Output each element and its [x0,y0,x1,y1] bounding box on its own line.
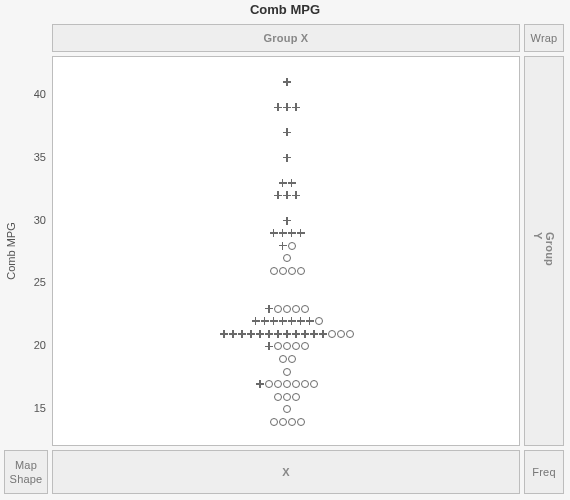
y-axis-ticks: 152025303540 [20,56,50,446]
y-axis-title: Comb MPG [2,56,20,446]
circle-marker [282,253,292,263]
y-tick-label: 40 [34,88,46,100]
group-x-label: Group X [264,32,309,44]
y-tick-label: 30 [34,214,46,226]
x-axis-dropzone[interactable]: X [52,450,520,494]
plus-marker [282,153,292,163]
circle-marker [314,316,324,326]
wrap-dropzone[interactable]: Wrap [524,24,564,52]
circle-marker [282,404,292,414]
wrap-label: Wrap [531,32,558,44]
y-tick-label: 20 [34,339,46,351]
circle-marker [296,266,306,276]
freq-dropzone[interactable]: Freq [524,450,564,494]
plus-marker [296,228,306,238]
circle-marker [300,304,310,314]
plus-marker [291,190,301,200]
circle-marker [291,392,301,402]
chart-title: Comb MPG [0,2,570,17]
circle-marker [287,354,297,364]
plus-marker [282,216,292,226]
group-x-dropzone[interactable]: Group X [52,24,520,52]
group-y-label: Group Y [532,232,556,270]
y-tick-label: 25 [34,276,46,288]
x-axis-label: X [282,466,290,478]
freq-label: Freq [532,466,555,478]
map-shape-label: Map Shape [10,458,43,487]
circle-marker [345,329,355,339]
circle-marker [296,417,306,427]
plus-marker [287,178,297,188]
circle-marker [287,241,297,251]
y-tick-label: 15 [34,402,46,414]
plot-area[interactable] [52,56,520,446]
plus-marker [282,127,292,137]
circle-marker [300,341,310,351]
plus-marker [291,102,301,112]
circle-marker [282,367,292,377]
group-y-dropzone[interactable]: Group Y [524,56,564,446]
map-shape-dropzone[interactable]: Map Shape [4,450,48,494]
plus-marker [282,77,292,87]
circle-marker [309,379,319,389]
y-tick-label: 35 [34,151,46,163]
